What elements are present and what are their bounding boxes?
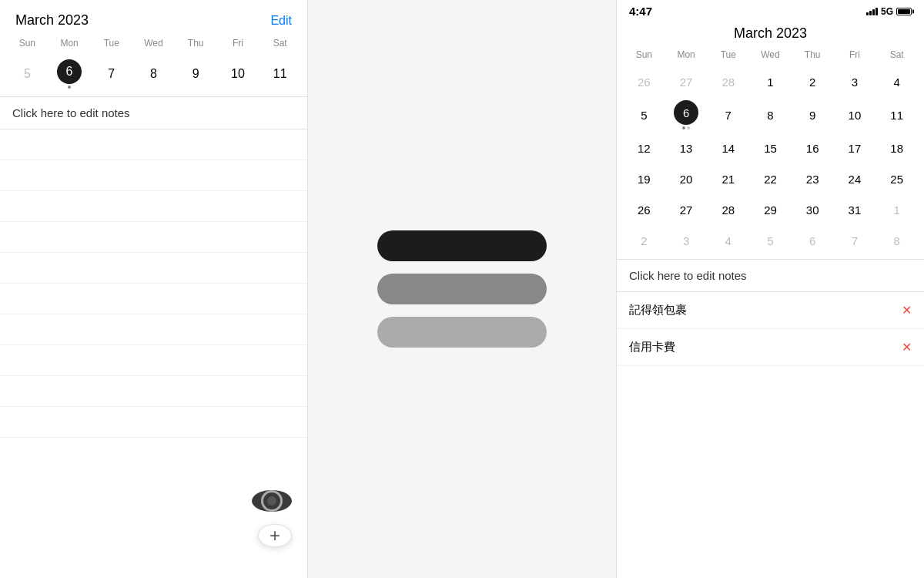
r-cell-1n[interactable]: 1 — [875, 194, 918, 225]
camera-button[interactable] — [252, 490, 292, 512]
bar-black — [377, 230, 547, 261]
r-weekday-tue: Tue — [707, 46, 749, 63]
right-notes-edit-area[interactable]: Click here to edit notes — [617, 260, 924, 292]
r-cell-28p[interactable]: 28 — [707, 66, 749, 97]
r-cell-2n[interactable]: 2 — [623, 225, 665, 256]
r-cell-21[interactable]: 21 — [707, 163, 749, 194]
left-weekdays: Sun Mon Tue Wed Thu Fri Sat — [0, 35, 307, 52]
camera-icon — [261, 490, 283, 512]
r-cell-4n[interactable]: 4 — [707, 225, 749, 256]
weekday-sat: Sat — [259, 35, 301, 52]
r-weekday-sun: Sun — [623, 46, 665, 63]
r-cell-28[interactable]: 28 — [707, 194, 749, 225]
status-time: 4:47 — [629, 5, 652, 18]
r-cell-1[interactable]: 1 — [749, 66, 792, 97]
note-delete-1[interactable]: ✕ — [902, 303, 912, 318]
note-item-1[interactable]: 記得領包裹 ✕ — [617, 292, 924, 329]
r-cell-8n[interactable]: 8 — [875, 225, 918, 256]
r-cell-31[interactable]: 31 — [834, 194, 876, 225]
notes-line-8 — [0, 345, 307, 376]
left-cal-header: March 2023 Edit — [0, 0, 307, 35]
cal-cell-10[interactable]: 10 — [217, 55, 259, 93]
r-cell-11[interactable]: 11 — [875, 97, 918, 133]
notes-line-7 — [0, 314, 307, 345]
cal-cell-6[interactable]: 6 — [49, 55, 91, 93]
right-weekdays: Sun Mon Tue Wed Thu Fri Sat — [617, 46, 924, 63]
r-cell-3n[interactable]: 3 — [665, 225, 708, 256]
r-cell-16[interactable]: 16 — [792, 133, 834, 163]
r-cell-15[interactable]: 15 — [749, 133, 792, 163]
r-cell-9[interactable]: 9 — [792, 97, 834, 133]
weekday-thu: Thu — [175, 35, 217, 52]
weekday-fri: Fri — [217, 35, 259, 52]
add-button[interactable]: + — [258, 524, 292, 547]
r-cell-12[interactable]: 12 — [623, 133, 665, 163]
r-cell-26[interactable]: 26 — [623, 194, 665, 225]
r-cell-25[interactable]: 25 — [875, 163, 918, 194]
5g-label: 5G — [881, 6, 893, 17]
right-notes-section: Click here to edit notes 記得領包裹 ✕ 信用卡費 ✕ — [617, 259, 924, 366]
r-cell-5[interactable]: 5 — [623, 97, 665, 133]
weekday-wed: Wed — [132, 35, 175, 52]
notes-line-1 — [0, 129, 307, 160]
r-cell-23[interactable]: 23 — [792, 163, 834, 194]
weekday-tue: Tue — [90, 35, 132, 52]
r-cell-8[interactable]: 8 — [749, 97, 792, 133]
r-cell-26p[interactable]: 26 — [623, 66, 665, 97]
r-cell-17[interactable]: 17 — [834, 133, 876, 163]
weekday-sun: Sun — [6, 35, 49, 52]
r-cell-18[interactable]: 18 — [875, 133, 918, 163]
r-weekday-fri: Fri — [834, 46, 876, 63]
r-cell-27[interactable]: 27 — [665, 194, 708, 225]
r-cell-7n[interactable]: 7 — [834, 225, 876, 256]
r-cell-3[interactable]: 3 — [834, 66, 876, 97]
today-dots — [682, 126, 690, 129]
r-cell-13[interactable]: 13 — [665, 133, 708, 163]
r-cell-2[interactable]: 2 — [792, 66, 834, 97]
r-cell-29[interactable]: 29 — [749, 194, 792, 225]
left-edit-button[interactable]: Edit — [270, 14, 292, 28]
bar-lightgray — [377, 317, 547, 348]
notes-line-3 — [0, 191, 307, 222]
signal-icon — [866, 8, 878, 15]
cal-cell-11[interactable]: 11 — [259, 55, 301, 93]
note-item-2[interactable]: 信用卡費 ✕ — [617, 329, 924, 366]
notes-line-9 — [0, 376, 307, 407]
right-cal-title: March 2023 — [734, 25, 807, 42]
r-cell-19[interactable]: 19 — [623, 163, 665, 194]
note-delete-2[interactable]: ✕ — [902, 340, 912, 355]
r-cell-5n[interactable]: 5 — [749, 225, 792, 256]
r-cell-10[interactable]: 10 — [834, 97, 876, 133]
r-cell-22[interactable]: 22 — [749, 163, 792, 194]
r-cell-24[interactable]: 24 — [834, 163, 876, 194]
notes-line-4 — [0, 222, 307, 253]
cal-cell-prev-5[interactable]: 5 — [6, 55, 49, 93]
note-text-1: 記得領包裹 — [629, 303, 687, 318]
r-cell-30[interactable]: 30 — [792, 194, 834, 225]
left-cal-grid: 5 6 7 8 9 10 11 — [0, 55, 307, 93]
r-weekday-mon: Mon — [665, 46, 708, 63]
notes-line-5 — [0, 253, 307, 284]
left-cal-title: March 2023 — [15, 12, 89, 29]
notes-line-10 — [0, 407, 307, 438]
battery-icon — [896, 8, 912, 15]
notes-lines — [0, 129, 307, 438]
notes-section: Click here to edit notes — [0, 96, 307, 438]
r-cell-27p[interactable]: 27 — [665, 66, 708, 97]
left-panel: March 2023 Edit Sun Mon Tue Wed Thu Fri … — [0, 0, 308, 578]
cal-cell-7[interactable]: 7 — [90, 55, 132, 93]
notes-edit-area[interactable]: Click here to edit notes — [0, 97, 307, 129]
r-cell-4[interactable]: 4 — [875, 66, 918, 97]
cal-cell-9[interactable]: 9 — [175, 55, 217, 93]
r-cell-6[interactable]: 6 — [665, 97, 708, 133]
right-cal-header: March 2023 — [617, 19, 924, 46]
r-weekday-sat: Sat — [875, 46, 918, 63]
r-cell-20[interactable]: 20 — [665, 163, 708, 194]
r-cell-6n[interactable]: 6 — [792, 225, 834, 256]
r-cell-7[interactable]: 7 — [707, 97, 749, 133]
event-dot — [68, 86, 71, 89]
cal-cell-8[interactable]: 8 — [132, 55, 175, 93]
right-panel: 4:47 5G March 2023 Sun Mon Tue Wed Thu F… — [616, 0, 924, 578]
camera-lens-icon — [267, 496, 276, 506]
r-cell-14[interactable]: 14 — [707, 133, 749, 163]
